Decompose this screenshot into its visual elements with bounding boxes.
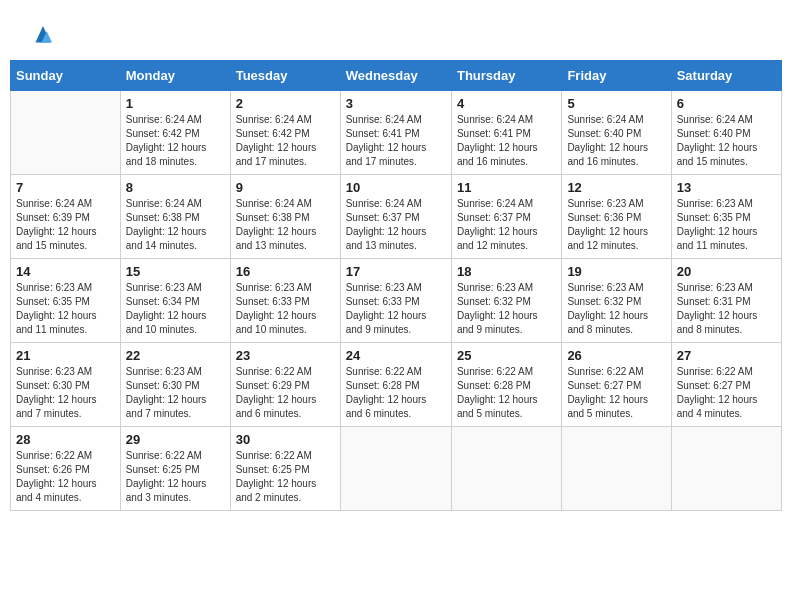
calendar-cell: 6Sunrise: 6:24 AM Sunset: 6:40 PM Daylig… (671, 91, 781, 175)
cell-info: Sunrise: 6:24 AM Sunset: 6:38 PM Dayligh… (236, 197, 335, 253)
cell-info: Sunrise: 6:24 AM Sunset: 6:37 PM Dayligh… (457, 197, 556, 253)
cell-date: 11 (457, 180, 556, 195)
calendar-cell: 8Sunrise: 6:24 AM Sunset: 6:38 PM Daylig… (120, 175, 230, 259)
calendar-table: SundayMondayTuesdayWednesdayThursdayFrid… (10, 60, 782, 511)
cell-info: Sunrise: 6:23 AM Sunset: 6:33 PM Dayligh… (236, 281, 335, 337)
cell-info: Sunrise: 6:22 AM Sunset: 6:27 PM Dayligh… (677, 365, 776, 421)
calendar-week-4: 21Sunrise: 6:23 AM Sunset: 6:30 PM Dayli… (11, 343, 782, 427)
calendar-cell: 22Sunrise: 6:23 AM Sunset: 6:30 PM Dayli… (120, 343, 230, 427)
calendar-week-5: 28Sunrise: 6:22 AM Sunset: 6:26 PM Dayli… (11, 427, 782, 511)
cell-info: Sunrise: 6:24 AM Sunset: 6:41 PM Dayligh… (457, 113, 556, 169)
cell-date: 7 (16, 180, 115, 195)
cell-date: 5 (567, 96, 665, 111)
cell-info: Sunrise: 6:22 AM Sunset: 6:29 PM Dayligh… (236, 365, 335, 421)
calendar-week-3: 14Sunrise: 6:23 AM Sunset: 6:35 PM Dayli… (11, 259, 782, 343)
calendar-cell: 30Sunrise: 6:22 AM Sunset: 6:25 PM Dayli… (230, 427, 340, 511)
calendar-cell: 26Sunrise: 6:22 AM Sunset: 6:27 PM Dayli… (562, 343, 671, 427)
cell-info: Sunrise: 6:22 AM Sunset: 6:27 PM Dayligh… (567, 365, 665, 421)
cell-date: 24 (346, 348, 446, 363)
cell-date: 1 (126, 96, 225, 111)
cell-date: 28 (16, 432, 115, 447)
page-header (10, 10, 782, 55)
calendar-cell (11, 91, 121, 175)
cell-info: Sunrise: 6:24 AM Sunset: 6:42 PM Dayligh… (236, 113, 335, 169)
calendar-cell: 18Sunrise: 6:23 AM Sunset: 6:32 PM Dayli… (451, 259, 561, 343)
cell-date: 3 (346, 96, 446, 111)
cell-info: Sunrise: 6:23 AM Sunset: 6:30 PM Dayligh… (126, 365, 225, 421)
cell-date: 16 (236, 264, 335, 279)
cell-info: Sunrise: 6:23 AM Sunset: 6:30 PM Dayligh… (16, 365, 115, 421)
logo (25, 20, 58, 50)
calendar-cell: 14Sunrise: 6:23 AM Sunset: 6:35 PM Dayli… (11, 259, 121, 343)
calendar-cell: 10Sunrise: 6:24 AM Sunset: 6:37 PM Dayli… (340, 175, 451, 259)
day-header-friday: Friday (562, 61, 671, 91)
calendar-cell: 7Sunrise: 6:24 AM Sunset: 6:39 PM Daylig… (11, 175, 121, 259)
calendar-cell (671, 427, 781, 511)
cell-info: Sunrise: 6:22 AM Sunset: 6:25 PM Dayligh… (236, 449, 335, 505)
cell-date: 8 (126, 180, 225, 195)
cell-date: 6 (677, 96, 776, 111)
cell-info: Sunrise: 6:24 AM Sunset: 6:37 PM Dayligh… (346, 197, 446, 253)
calendar-cell: 13Sunrise: 6:23 AM Sunset: 6:35 PM Dayli… (671, 175, 781, 259)
cell-date: 2 (236, 96, 335, 111)
calendar-cell (562, 427, 671, 511)
cell-info: Sunrise: 6:24 AM Sunset: 6:42 PM Dayligh… (126, 113, 225, 169)
cell-info: Sunrise: 6:23 AM Sunset: 6:32 PM Dayligh… (457, 281, 556, 337)
calendar-cell: 9Sunrise: 6:24 AM Sunset: 6:38 PM Daylig… (230, 175, 340, 259)
cell-info: Sunrise: 6:22 AM Sunset: 6:28 PM Dayligh… (346, 365, 446, 421)
cell-date: 29 (126, 432, 225, 447)
cell-date: 25 (457, 348, 556, 363)
calendar-cell: 3Sunrise: 6:24 AM Sunset: 6:41 PM Daylig… (340, 91, 451, 175)
calendar-cell: 20Sunrise: 6:23 AM Sunset: 6:31 PM Dayli… (671, 259, 781, 343)
calendar-cell: 24Sunrise: 6:22 AM Sunset: 6:28 PM Dayli… (340, 343, 451, 427)
cell-info: Sunrise: 6:23 AM Sunset: 6:36 PM Dayligh… (567, 197, 665, 253)
cell-date: 21 (16, 348, 115, 363)
cell-date: 26 (567, 348, 665, 363)
cell-date: 9 (236, 180, 335, 195)
calendar-week-2: 7Sunrise: 6:24 AM Sunset: 6:39 PM Daylig… (11, 175, 782, 259)
calendar-cell: 16Sunrise: 6:23 AM Sunset: 6:33 PM Dayli… (230, 259, 340, 343)
cell-info: Sunrise: 6:23 AM Sunset: 6:31 PM Dayligh… (677, 281, 776, 337)
day-header-thursday: Thursday (451, 61, 561, 91)
calendar-cell: 11Sunrise: 6:24 AM Sunset: 6:37 PM Dayli… (451, 175, 561, 259)
calendar-cell: 21Sunrise: 6:23 AM Sunset: 6:30 PM Dayli… (11, 343, 121, 427)
cell-info: Sunrise: 6:22 AM Sunset: 6:26 PM Dayligh… (16, 449, 115, 505)
cell-info: Sunrise: 6:24 AM Sunset: 6:38 PM Dayligh… (126, 197, 225, 253)
cell-info: Sunrise: 6:23 AM Sunset: 6:34 PM Dayligh… (126, 281, 225, 337)
calendar-cell: 29Sunrise: 6:22 AM Sunset: 6:25 PM Dayli… (120, 427, 230, 511)
cell-info: Sunrise: 6:22 AM Sunset: 6:25 PM Dayligh… (126, 449, 225, 505)
calendar-cell: 25Sunrise: 6:22 AM Sunset: 6:28 PM Dayli… (451, 343, 561, 427)
day-header-tuesday: Tuesday (230, 61, 340, 91)
cell-date: 17 (346, 264, 446, 279)
cell-info: Sunrise: 6:23 AM Sunset: 6:35 PM Dayligh… (677, 197, 776, 253)
day-header-wednesday: Wednesday (340, 61, 451, 91)
calendar-cell (451, 427, 561, 511)
cell-date: 27 (677, 348, 776, 363)
calendar-cell (340, 427, 451, 511)
calendar-cell: 15Sunrise: 6:23 AM Sunset: 6:34 PM Dayli… (120, 259, 230, 343)
calendar-week-1: 1Sunrise: 6:24 AM Sunset: 6:42 PM Daylig… (11, 91, 782, 175)
cell-date: 14 (16, 264, 115, 279)
day-header-sunday: Sunday (11, 61, 121, 91)
cell-info: Sunrise: 6:23 AM Sunset: 6:33 PM Dayligh… (346, 281, 446, 337)
cell-date: 10 (346, 180, 446, 195)
day-header-saturday: Saturday (671, 61, 781, 91)
calendar-cell: 4Sunrise: 6:24 AM Sunset: 6:41 PM Daylig… (451, 91, 561, 175)
cell-info: Sunrise: 6:24 AM Sunset: 6:40 PM Dayligh… (677, 113, 776, 169)
cell-date: 19 (567, 264, 665, 279)
cell-info: Sunrise: 6:23 AM Sunset: 6:32 PM Dayligh… (567, 281, 665, 337)
calendar-cell: 5Sunrise: 6:24 AM Sunset: 6:40 PM Daylig… (562, 91, 671, 175)
cell-date: 13 (677, 180, 776, 195)
cell-date: 15 (126, 264, 225, 279)
calendar-cell: 1Sunrise: 6:24 AM Sunset: 6:42 PM Daylig… (120, 91, 230, 175)
cell-info: Sunrise: 6:24 AM Sunset: 6:39 PM Dayligh… (16, 197, 115, 253)
cell-info: Sunrise: 6:24 AM Sunset: 6:40 PM Dayligh… (567, 113, 665, 169)
calendar-header-row: SundayMondayTuesdayWednesdayThursdayFrid… (11, 61, 782, 91)
cell-date: 23 (236, 348, 335, 363)
cell-date: 22 (126, 348, 225, 363)
cell-info: Sunrise: 6:23 AM Sunset: 6:35 PM Dayligh… (16, 281, 115, 337)
cell-info: Sunrise: 6:22 AM Sunset: 6:28 PM Dayligh… (457, 365, 556, 421)
cell-date: 30 (236, 432, 335, 447)
calendar-cell: 27Sunrise: 6:22 AM Sunset: 6:27 PM Dayli… (671, 343, 781, 427)
calendar-cell: 19Sunrise: 6:23 AM Sunset: 6:32 PM Dayli… (562, 259, 671, 343)
